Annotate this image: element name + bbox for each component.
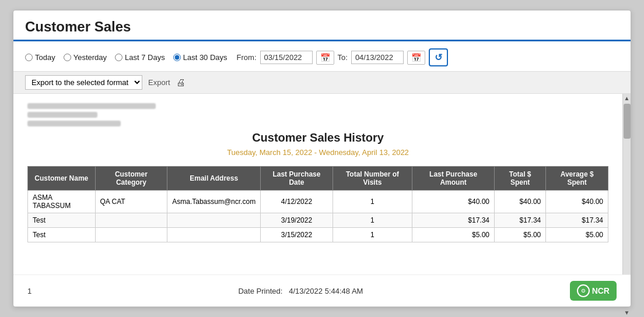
col-header-last-date: Last Purchase Date <box>261 167 333 191</box>
col-header-total-spent: Total $ Spent <box>495 167 546 191</box>
blurred-line-3 <box>27 121 121 126</box>
blurred-line-2 <box>27 112 97 118</box>
page-header: Customer Sales <box>13 10 631 40</box>
cell-name: Test <box>28 213 96 228</box>
radio-today[interactable]: Today <box>25 53 55 62</box>
cell-avg-spent: $5.00 <box>546 228 608 242</box>
report-title: Customer Sales History <box>27 131 608 145</box>
cell-avg-spent: $40.00 <box>546 191 608 213</box>
export-format-select[interactable]: Export to the selected format <box>25 75 142 90</box>
ncr-logo-text: NCR <box>592 286 610 295</box>
cell-last-date: 4/12/2022 <box>261 191 333 213</box>
radio-today-input[interactable] <box>25 54 33 61</box>
col-header-name: Customer Name <box>28 167 96 191</box>
date-printed-label: Date Printed: <box>238 287 282 295</box>
page-number: 1 <box>27 287 32 295</box>
main-window: Customer Sales Today Yesterday Last 7 Da… <box>13 10 631 307</box>
report-date-range: Tuesday, March 15, 2022 - Wednesday, Apr… <box>27 148 608 157</box>
cell-last-date: 3/15/2022 <box>261 228 333 242</box>
date-filter-group: Today Yesterday Last 7 Days Last 30 Days <box>25 53 228 62</box>
cell-total-spent: $5.00 <box>495 228 546 242</box>
table-header-row: Customer Name Customer Category Email Ad… <box>28 167 608 191</box>
report-body: Customer Sales History Tuesday, March 15… <box>13 94 622 274</box>
scrollbar-thumb[interactable] <box>624 104 631 139</box>
cell-last-amount: $17.34 <box>412 213 495 228</box>
radio-last7[interactable]: Last 7 Days <box>115 53 165 62</box>
from-label: From: <box>237 53 257 62</box>
cell-last-amount: $5.00 <box>412 228 495 242</box>
radio-last7-input[interactable] <box>115 54 123 61</box>
cell-category <box>95 213 167 228</box>
radio-yesterday-label: Yesterday <box>74 53 107 62</box>
col-header-category: Customer Category <box>95 167 167 191</box>
from-date-input[interactable] <box>260 51 313 64</box>
cell-last-date: 3/19/2022 <box>261 213 333 228</box>
to-label: To: <box>338 53 348 62</box>
cell-name: Test <box>28 228 96 242</box>
radio-last7-label: Last 7 Days <box>125 53 165 62</box>
col-header-email: Email Address <box>167 167 261 191</box>
content-area: Customer Sales History Tuesday, March 15… <box>13 94 631 274</box>
table-row: Test 3/15/2022 1 $5.00 $5.00 $5.00 <box>28 228 608 242</box>
print-button[interactable]: 🖨 <box>176 78 186 88</box>
ncr-circle-icon: ⊙ <box>577 284 590 297</box>
table-row: ASMA TABASSUM QA CAT Asma.Tabassum@ncr.c… <box>28 191 608 213</box>
cell-visits: 1 <box>332 213 412 228</box>
radio-yesterday-input[interactable] <box>64 54 71 61</box>
export-bar: Export to the selected format Export 🖨 <box>13 71 631 94</box>
cell-total-spent: $17.34 <box>495 213 546 228</box>
export-button[interactable]: Export <box>148 78 170 87</box>
cell-last-amount: $40.00 <box>412 191 495 213</box>
ncr-logo: ⊙ NCR <box>570 281 617 301</box>
col-header-visits: Total Number of Visits <box>332 167 412 191</box>
radio-last30-label: Last 30 Days <box>183 53 228 62</box>
radio-last30-input[interactable] <box>173 54 181 61</box>
cell-visits: 1 <box>332 191 412 213</box>
cell-category: QA CAT <box>95 191 167 213</box>
to-calendar-button[interactable]: 📅 <box>407 51 425 65</box>
radio-today-label: Today <box>35 53 55 62</box>
cell-visits: 1 <box>332 228 412 242</box>
report-footer: 1 Date Printed: 4/13/2022 5:44:48 AM ⊙ N… <box>13 274 631 307</box>
customer-sales-table: Customer Name Customer Category Email Ad… <box>27 166 608 242</box>
blurred-address-block <box>27 103 608 126</box>
controls-row: Today Yesterday Last 7 Days Last 30 Days… <box>13 41 631 71</box>
date-printed-value: 4/13/2022 5:44:48 AM <box>289 287 363 295</box>
cell-name: ASMA TABASSUM <box>28 191 96 213</box>
refresh-button[interactable]: ↺ <box>429 48 448 66</box>
cell-email <box>167 213 261 228</box>
cell-total-spent: $40.00 <box>495 191 546 213</box>
table-row: Test 3/19/2022 1 $17.34 $17.34 $17.34 <box>28 213 608 228</box>
scrollbar[interactable]: ▲ ▼ <box>622 94 631 274</box>
to-date-input[interactable] <box>351 51 404 64</box>
cell-email <box>167 228 261 242</box>
date-printed: Date Printed: 4/13/2022 5:44:48 AM <box>238 287 363 295</box>
cell-avg-spent: $17.34 <box>546 213 608 228</box>
date-range-group: From: 📅 To: 📅 ↺ <box>237 48 448 66</box>
page-title: Customer Sales <box>25 19 619 35</box>
from-calendar-button[interactable]: 📅 <box>316 51 334 65</box>
col-header-last-amount: Last Purchase Amount <box>412 167 495 191</box>
blurred-line-1 <box>27 103 156 109</box>
cell-email: Asma.Tabassum@ncr.com <box>167 191 261 213</box>
radio-last30[interactable]: Last 30 Days <box>173 53 228 62</box>
cell-category <box>95 228 167 242</box>
col-header-avg-spent: Average $ Spent <box>546 167 608 191</box>
radio-yesterday[interactable]: Yesterday <box>64 53 107 62</box>
scroll-up-arrow[interactable]: ▲ <box>623 94 631 103</box>
